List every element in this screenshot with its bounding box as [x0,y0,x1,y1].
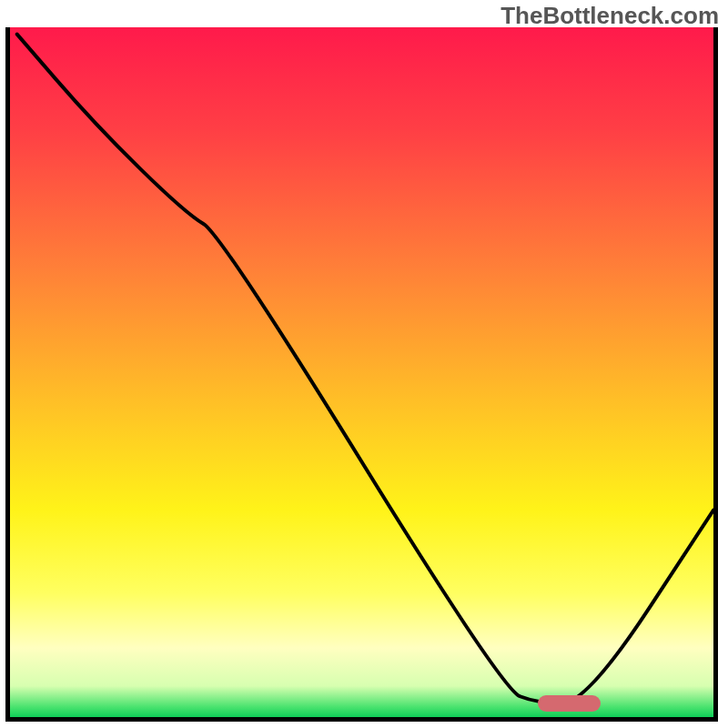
chart-frame [5,27,718,722]
optimal-range-marker [538,695,602,712]
bottleneck-curve [10,27,713,717]
watermark-text: TheBottleneck.com [500,2,719,30]
